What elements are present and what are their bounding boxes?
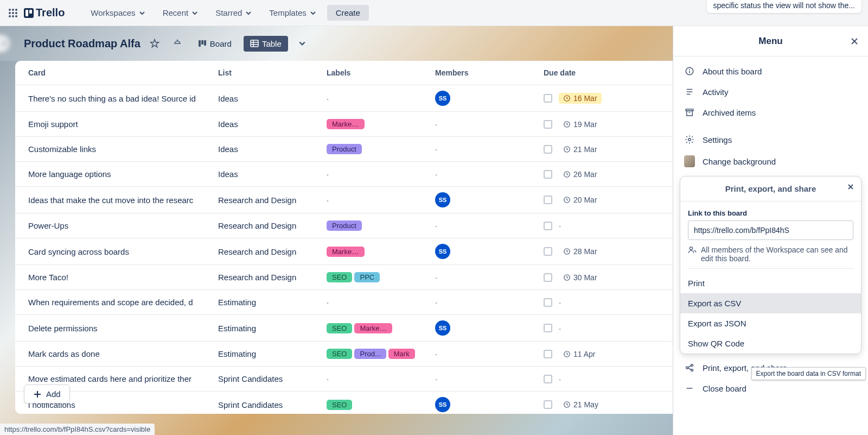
templates-menu[interactable]: Templates — [263, 5, 322, 21]
due-checkbox[interactable] — [544, 375, 552, 383]
due-badge[interactable]: 20 Mar — [559, 194, 602, 205]
cell-members[interactable]: SS — [435, 320, 544, 336]
cell-labels[interactable] — [327, 169, 435, 179]
export-csv-action[interactable]: Export as CSV — [680, 293, 861, 313]
cell-members[interactable] — [435, 221, 544, 230]
due-badge[interactable]: 28 Mar — [559, 246, 602, 257]
cell-list[interactable]: Ideas — [218, 119, 327, 129]
cell-card[interactable]: Power-Ups — [28, 221, 218, 230]
cell-card[interactable]: Delete permissions — [28, 324, 218, 333]
due-checkbox[interactable] — [544, 196, 552, 204]
cell-card[interactable]: When requirements and scope are decided,… — [28, 298, 218, 307]
cell-card[interactable]: Customizable links — [28, 144, 218, 154]
apps-icon[interactable] — [7, 7, 20, 20]
due-checkbox[interactable] — [544, 247, 552, 256]
col-card[interactable]: Card — [28, 68, 218, 77]
due-checkbox[interactable] — [544, 170, 552, 179]
cell-members[interactable]: SS — [435, 192, 544, 207]
cell-labels[interactable] — [327, 374, 435, 383]
cell-members[interactable]: SS — [435, 244, 544, 259]
due-badge[interactable]: 26 Mar — [559, 169, 602, 180]
due-badge[interactable]: 16 Mar — [559, 93, 602, 104]
cell-list[interactable]: Ideas — [218, 144, 327, 154]
menu-activity[interactable]: Activity — [673, 81, 868, 102]
cell-labels[interactable] — [327, 196, 435, 205]
due-checkbox[interactable] — [544, 324, 552, 332]
workspaces-menu[interactable]: Workspaces — [84, 5, 151, 21]
cell-members[interactable] — [435, 169, 544, 179]
cell-labels[interactable]: SEOPPC — [327, 272, 435, 282]
board-link-input[interactable] — [688, 220, 853, 240]
cell-labels[interactable]: SEOMarketing — [327, 323, 435, 333]
board-title[interactable]: Product Roadmap Alfa — [24, 37, 141, 50]
cell-card[interactable]: Card syncing across boards — [28, 247, 218, 256]
due-badge[interactable]: 19 Mar — [559, 119, 602, 130]
menu-change-bg[interactable]: Change background — [673, 150, 868, 173]
trello-logo[interactable]: Trello — [24, 7, 65, 19]
cell-list[interactable]: Ideas — [218, 169, 327, 179]
cell-list[interactable]: Research and Design — [218, 273, 327, 282]
table-view-button[interactable]: Table — [244, 36, 288, 52]
due-checkbox[interactable] — [544, 350, 552, 358]
cell-members[interactable] — [435, 298, 544, 307]
cell-card[interactable]: Mark cards as done — [28, 349, 218, 358]
cell-list[interactable]: Sprint Candidates — [218, 374, 327, 383]
show-qr-action[interactable]: Show QR Code — [680, 333, 861, 354]
cell-labels[interactable]: Marketing — [327, 247, 435, 257]
due-badge[interactable]: 21 Mar — [559, 144, 602, 155]
visibility-icon[interactable] — [169, 35, 186, 52]
cell-card[interactable]: Move estimated cards here and prioritize… — [28, 374, 218, 383]
cell-members[interactable]: SS — [435, 91, 544, 106]
avatar[interactable]: SS — [435, 244, 450, 259]
cell-list[interactable]: Ideas — [218, 94, 327, 103]
close-icon[interactable] — [850, 36, 859, 46]
cell-members[interactable] — [435, 144, 544, 154]
cell-members[interactable] — [435, 374, 544, 383]
cell-labels[interactable]: SEO — [327, 400, 435, 410]
cell-card[interactable]: There's no such thing as a bad idea! Sou… — [28, 94, 218, 103]
cell-list[interactable]: Estimating — [218, 298, 327, 307]
col-labels[interactable]: Labels — [327, 68, 435, 77]
avatar[interactable]: SS — [435, 320, 450, 336]
cell-labels[interactable]: Marketing — [327, 119, 435, 129]
due-checkbox[interactable] — [544, 120, 552, 129]
export-json-action[interactable]: Export as JSON — [680, 313, 861, 333]
due-checkbox[interactable] — [544, 400, 552, 409]
avatar[interactable]: SS — [435, 91, 450, 106]
due-checkbox[interactable] — [544, 298, 552, 307]
due-checkbox[interactable] — [544, 222, 552, 230]
due-checkbox[interactable] — [544, 273, 552, 282]
starred-menu[interactable]: Starred — [209, 5, 258, 21]
popover-close-icon[interactable] — [847, 183, 854, 191]
star-icon[interactable] — [146, 35, 163, 52]
due-badge[interactable]: 11 Apr — [559, 349, 599, 360]
cell-card[interactable]: More language options — [28, 169, 218, 179]
cell-labels[interactable]: Product — [327, 220, 435, 231]
due-checkbox[interactable] — [544, 145, 552, 154]
menu-close-board[interactable]: Close board — [673, 378, 868, 399]
due-checkbox[interactable] — [544, 94, 552, 103]
cell-card[interactable]: Emoji support — [28, 119, 218, 129]
cell-labels[interactable]: Product — [327, 144, 435, 154]
cell-list[interactable]: Sprint Candidates — [218, 400, 327, 409]
cell-labels[interactable] — [327, 298, 435, 307]
col-list[interactable]: List — [218, 68, 327, 77]
cell-members[interactable] — [435, 119, 544, 129]
avatar[interactable]: SS — [435, 192, 450, 207]
cell-labels[interactable]: SEOProd...Mark — [327, 349, 435, 359]
menu-settings[interactable]: Settings — [673, 129, 868, 150]
print-action[interactable]: Print — [680, 273, 861, 293]
cell-members[interactable] — [435, 349, 544, 358]
due-badge[interactable]: 21 May — [559, 399, 603, 410]
col-members[interactable]: Members — [435, 68, 544, 77]
cell-list[interactable]: Research and Design — [218, 247, 327, 256]
cell-members[interactable]: SS — [435, 397, 544, 412]
cell-card[interactable]: More Taco! — [28, 273, 218, 282]
recent-menu[interactable]: Recent — [156, 5, 205, 21]
menu-archived[interactable]: Archived items — [673, 102, 868, 123]
cell-list[interactable]: Research and Design — [218, 221, 327, 230]
cell-labels[interactable] — [327, 94, 435, 103]
cell-list[interactable]: Estimating — [218, 349, 327, 358]
cell-card[interactable]: Ideas that make the cut move into the re… — [28, 196, 218, 205]
due-badge[interactable]: 30 Mar — [559, 272, 602, 283]
